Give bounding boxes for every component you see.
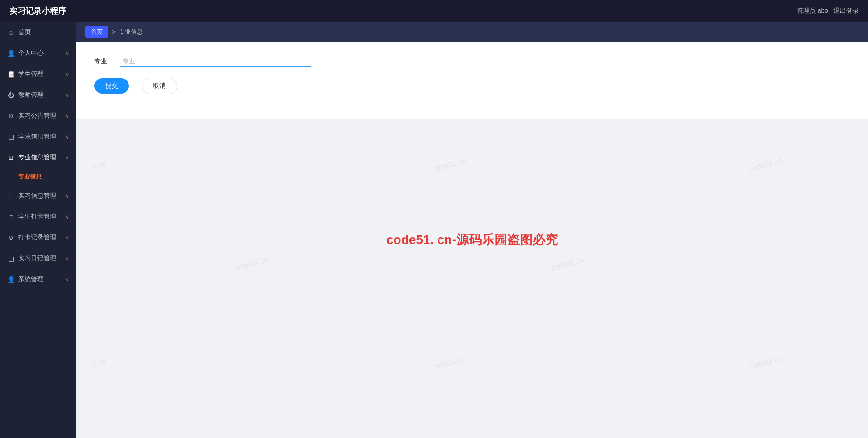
internship-icon: ⊢	[7, 192, 15, 199]
chevron-icon: ∨	[65, 50, 69, 56]
sidebar-item-teacher[interactable]: ⏻ 教师管理 ∨	[0, 85, 76, 105]
major-label: 专业	[94, 57, 113, 65]
cancel-button[interactable]: 取消	[142, 78, 177, 94]
sidebar-item-personal[interactable]: 👤 个人中心 ∨	[0, 43, 76, 64]
breadcrumb-bar: 首页 > 专业信息	[76, 22, 868, 42]
sidebar-label-major: 专业信息管理	[18, 154, 56, 162]
chevron-up-icon: ∧	[65, 155, 69, 161]
sidebar-label-system: 系统管理	[18, 275, 44, 284]
chevron-icon: ∨	[65, 256, 69, 262]
sidebar-item-school[interactable]: ▤ 学院信息管理 ∨	[0, 126, 76, 147]
sidebar-label-teacher: 教师管理	[18, 91, 44, 99]
personal-icon: 👤	[7, 50, 15, 57]
sidebar-item-checkin[interactable]: ≡ 学生打卡管理 ∨	[0, 206, 76, 227]
app-title: 实习记录小程序	[9, 5, 66, 16]
chevron-icon: ∨	[65, 92, 69, 98]
sidebar-label-checkin: 学生打卡管理	[18, 213, 56, 221]
sidebar-item-major[interactable]: ⊡ 专业信息管理 ∧	[0, 147, 76, 168]
major-icon: ⊡	[7, 154, 15, 161]
sidebar-item-system[interactable]: 👤 系统管理 ∨	[0, 269, 76, 290]
sidebar-label-home: 首页	[18, 28, 31, 36]
watermark-8: code51.cn	[551, 255, 585, 272]
chevron-icon: ∨	[65, 235, 69, 241]
breadcrumb-separator: >	[112, 28, 115, 35]
school-icon: ▤	[7, 133, 15, 140]
watermark-6: code51.cn	[749, 156, 783, 173]
sidebar-item-student[interactable]: 📋 学生管理 ∨	[0, 64, 76, 85]
watermark-center-text: code51. cn-源码乐园盗图必究	[386, 231, 558, 249]
sidebar-item-home[interactable]: ⌂ 首页	[0, 22, 76, 43]
sidebar-sub-item-major-info[interactable]: 专业信息	[0, 168, 76, 185]
home-icon: ⌂	[7, 29, 15, 36]
form-card: 专业 提交 取消	[76, 42, 868, 119]
logout-button[interactable]: 退出登录	[833, 7, 859, 15]
system-icon: 👤	[7, 276, 15, 283]
sidebar-label-personal: 个人中心	[18, 49, 44, 57]
main-layout: ⌂ 首页 👤 个人中心 ∨ 📋 学生管理 ∨ ⏻ 教师管理 ∨	[0, 22, 868, 438]
admin-label: 管理员 abo	[797, 7, 828, 15]
sidebar-label-student: 学生管理	[18, 70, 44, 78]
button-row: 提交 取消	[94, 78, 850, 94]
diary-icon: ◫	[7, 255, 15, 262]
chevron-icon: ∨	[65, 113, 69, 119]
watermark-9: 1.cn	[91, 357, 107, 368]
watermark-11: code51.cn	[749, 354, 783, 371]
announcement-icon: ⊙	[7, 112, 15, 119]
sidebar-item-checkin-record[interactable]: ⊙ 打卡记录管理 ∨	[0, 227, 76, 248]
content-area: code51.cn code51.cn code51.cn 1.cn code5…	[76, 42, 868, 438]
top-header: 实习记录小程序 管理员 abo 退出登录	[0, 0, 868, 22]
watermark-4: 1.cn	[91, 159, 107, 170]
major-field-row: 专业	[94, 55, 850, 67]
sidebar-label-announcement: 实习公告管理	[18, 112, 56, 120]
student-icon: 📋	[7, 70, 15, 78]
sidebar-item-announcement[interactable]: ⊙ 实习公告管理 ∨	[0, 105, 76, 126]
sidebar-label-checkin-record: 打卡记录管理	[18, 234, 56, 242]
major-input[interactable]	[120, 55, 311, 67]
breadcrumb-current: 专业信息	[119, 28, 143, 36]
sidebar-label-internship: 实习信息管理	[18, 192, 56, 200]
sidebar-label-diary: 实习日记管理	[18, 254, 56, 263]
chevron-icon: ∨	[65, 277, 69, 283]
checkin-icon: ≡	[7, 213, 15, 220]
chevron-icon: ∨	[65, 71, 69, 77]
sidebar-sub-label-major: 专业信息	[18, 173, 42, 180]
sidebar-item-diary[interactable]: ◫ 实习日记管理 ∨	[0, 248, 76, 269]
submit-button[interactable]: 提交	[94, 78, 129, 94]
watermark-10: code51.cn	[432, 354, 467, 371]
checkin-record-icon: ⊙	[7, 234, 15, 241]
watermark-7: code51.cn	[234, 255, 269, 272]
sidebar: ⌂ 首页 👤 个人中心 ∨ 📋 学生管理 ∨ ⏻ 教师管理 ∨	[0, 22, 76, 438]
watermark-5: code51.cn	[432, 156, 467, 173]
breadcrumb-home[interactable]: 首页	[85, 26, 108, 38]
header-right: 管理员 abo 退出登录	[797, 7, 859, 15]
sidebar-item-internship[interactable]: ⊢ 实习信息管理 ∨	[0, 185, 76, 206]
sidebar-label-school: 学院信息管理	[18, 133, 56, 141]
chevron-icon: ∨	[65, 214, 69, 220]
chevron-icon: ∨	[65, 134, 69, 140]
main-content: 首页 > 专业信息 code51.cn code51.cn code51.cn …	[76, 22, 868, 438]
teacher-icon: ⏻	[7, 91, 15, 99]
chevron-icon: ∨	[65, 193, 69, 199]
